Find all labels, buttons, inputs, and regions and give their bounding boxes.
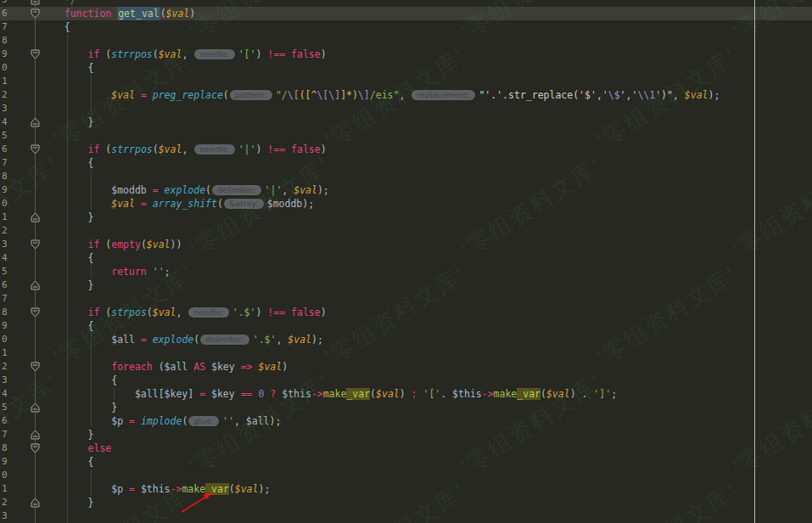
- token-pn: );: [258, 483, 270, 495]
- line-number: 0: [2, 333, 10, 346]
- token-kw: !==: [267, 306, 285, 318]
- token-pn: ): [282, 361, 288, 373]
- code-line[interactable]: {: [53, 374, 117, 387]
- code-line[interactable]: $p = $this->make_var($val);: [53, 482, 270, 496]
- code-line[interactable]: else: [53, 441, 111, 455]
- fold-marker-down[interactable]: [31, 239, 40, 250]
- token-var: $all: [111, 334, 135, 346]
- code-line[interactable]: {: [53, 455, 93, 469]
- fold-marker-up[interactable]: [31, 117, 40, 127]
- fold-marker-up[interactable]: [31, 430, 40, 440]
- fold-marker-down[interactable]: [31, 49, 40, 59]
- token-pn: {: [53, 62, 93, 74]
- line-number: 9: [2, 183, 10, 197]
- code-line[interactable]: $moddb = explode(delimiter:'|', $val);: [53, 183, 329, 197]
- code-line[interactable]: {: [53, 20, 70, 34]
- code-line[interactable]: }: [53, 401, 117, 414]
- fold-marker-down[interactable]: [31, 362, 40, 372]
- line-number: 3: [2, 102, 10, 115]
- token-pn: ): [321, 306, 327, 318]
- inlay-hint: delimiter:: [212, 185, 261, 195]
- code-line[interactable]: if (strpos($val, needle:'.$') !== false): [53, 306, 327, 319]
- token-pn: [285, 143, 291, 155]
- token-rx: ]*: [340, 89, 352, 101]
- code-line[interactable]: $val = array_shift(&array:$moddb);: [53, 197, 314, 211]
- token-pn: [147, 89, 153, 101]
- code-line[interactable]: $all[$key] = $key == 0 ? $this->make_var…: [53, 387, 617, 401]
- code-line[interactable]: {: [53, 319, 93, 333]
- token-var: $this: [141, 483, 171, 495]
- token-mth: make: [494, 388, 518, 400]
- fold-marker-up[interactable]: [31, 212, 40, 222]
- code-line[interactable]: foreach ($all AS $key => $val): [53, 360, 288, 374]
- token-pn: [53, 8, 64, 20]
- token-par: $val: [159, 48, 182, 60]
- token-pn: (: [370, 388, 376, 400]
- fold-marker-up[interactable]: [31, 280, 40, 290]
- token-pn: [53, 48, 88, 60]
- fold-marker-down[interactable]: [31, 8, 40, 19]
- token-par: $val: [111, 198, 135, 210]
- code-editor[interactable]: 567890123456789012345678901234567890123 …: [0, 0, 812, 523]
- token-pn: [147, 184, 153, 196]
- token-kw: =: [129, 483, 135, 495]
- token-pn: [53, 334, 111, 346]
- inlay-hint: delimiter:: [200, 335, 249, 345]
- fold-marker-down[interactable]: [31, 443, 40, 453]
- token-kw: false: [291, 48, 321, 60]
- line-number: 5: [2, 0, 10, 7]
- fold-marker-up[interactable]: [31, 402, 40, 413]
- watermark-text: '零组资料文库': [455, 149, 608, 264]
- token-par: $val: [258, 361, 282, 373]
- code-line[interactable]: if (strrpos($val, needle:'|') !== false): [53, 143, 327, 156]
- token-pn: {: [53, 252, 93, 264]
- code-line[interactable]: $all = explode(delimiter:'.$', $val);: [53, 333, 323, 346]
- code-line[interactable]: }: [53, 496, 93, 509]
- code-line[interactable]: if (strrpos($val, needle:'[') !== false): [53, 48, 327, 61]
- token-str: /eis": [370, 89, 400, 101]
- fold-marker-up[interactable]: [31, 498, 40, 508]
- token-rx: ): [352, 89, 358, 101]
- code-line[interactable]: function get_val($val): [53, 7, 195, 20]
- token-var: $all: [135, 388, 159, 400]
- code-line[interactable]: return '';: [53, 265, 171, 278]
- code-line[interactable]: */: [53, 0, 76, 7]
- token-pn: [53, 89, 111, 101]
- fold-marker-up[interactable]: [31, 0, 40, 5]
- line-number: 8: [2, 34, 10, 48]
- token-str: '|': [238, 143, 256, 155]
- token-kw: =: [141, 89, 147, 101]
- token-pn: (: [147, 306, 153, 318]
- inlay-hint: needle:: [188, 307, 228, 318]
- token-pn: .: [440, 388, 452, 400]
- code-line[interactable]: {: [53, 61, 93, 75]
- token-str: '.$': [232, 306, 256, 318]
- line-number: 9: [2, 455, 10, 469]
- code-line[interactable]: {: [53, 251, 93, 265]
- token-pn: [: [159, 388, 165, 400]
- token-str: '|': [265, 184, 283, 196]
- token-var: $key: [211, 361, 235, 373]
- token-pn: (: [193, 334, 199, 346]
- line-number: 4: [2, 251, 10, 265]
- code-line[interactable]: $val = preg_replace(pattern:"/\[([^\[\]]…: [53, 88, 720, 102]
- code-line[interactable]: }: [53, 115, 93, 129]
- token-mth-hl: _var: [205, 483, 229, 495]
- code-line[interactable]: {: [53, 156, 93, 170]
- token-kw: =: [153, 184, 159, 196]
- code-line[interactable]: $p = implode(glue:'', $all);: [53, 414, 281, 428]
- line-number: 1: [2, 211, 10, 224]
- code-line[interactable]: }: [53, 278, 93, 292]
- token-pn: ;: [611, 388, 617, 400]
- code-line[interactable]: }: [53, 211, 93, 224]
- fold-marker-down[interactable]: [31, 144, 40, 155]
- inlay-hint: needle:: [194, 49, 234, 59]
- code-line[interactable]: if (empty($val)): [53, 238, 182, 251]
- fold-marker-down[interactable]: [31, 307, 40, 318]
- line-number: 6: [2, 278, 10, 292]
- token-wstr: ',': [620, 89, 638, 101]
- token-str: '.$': [253, 334, 277, 346]
- code-line[interactable]: }: [53, 428, 93, 441]
- line-number: 1: [2, 346, 10, 360]
- token-pn: )): [171, 239, 182, 250]
